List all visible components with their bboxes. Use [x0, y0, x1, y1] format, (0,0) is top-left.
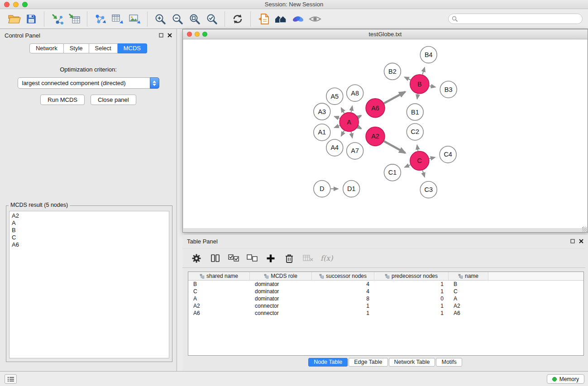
network-close-icon[interactable]	[187, 32, 192, 37]
table-cell[interactable]: 8	[312, 295, 374, 302]
node-A7[interactable]: A7	[347, 143, 363, 159]
mcds-result-item[interactable]: A2	[12, 212, 167, 219]
table-cell[interactable]: 4	[312, 288, 374, 295]
delete-table-button[interactable]	[302, 252, 314, 265]
table-cell[interactable]: A2	[188, 303, 250, 309]
table-cell[interactable]: 1	[374, 281, 449, 287]
tab-motifs[interactable]: Motifs	[436, 358, 462, 367]
table-cell[interactable]: connector	[250, 310, 312, 316]
style-tool-button[interactable]	[289, 11, 306, 27]
table-cell[interactable]: C	[449, 288, 488, 295]
node-C[interactable]: C	[410, 151, 429, 170]
edge-A-A4[interactable]	[341, 131, 344, 136]
table-cell[interactable]: 0	[374, 295, 449, 302]
edge-A2-C[interactable]	[384, 141, 405, 153]
network-canvas[interactable]: AA6A2BCA5A8A3A1A4A7B2B4B3B1C2C4C1C3DD1	[183, 39, 587, 228]
table-cell[interactable]: dominator	[250, 295, 312, 302]
criterion-dropdown[interactable]: largest connected component (directed)	[18, 77, 159, 89]
node-A3[interactable]: A3	[314, 103, 330, 120]
table-cell[interactable]: dominator	[250, 288, 312, 295]
network-minimize-icon[interactable]	[195, 32, 200, 37]
mcds-result-item[interactable]: C	[12, 234, 167, 241]
column-header-predecessor-nodes[interactable]: predecessor nodes	[374, 272, 449, 280]
tab-network-table[interactable]: Network Table	[389, 358, 435, 367]
edge-A-A1[interactable]	[335, 125, 340, 128]
table-cell[interactable]: A	[449, 295, 488, 302]
node-B[interactable]: B	[410, 75, 429, 94]
network-window-titlebar[interactable]: testGlobe.txt	[183, 29, 588, 39]
edge-C-C1[interactable]	[405, 165, 411, 167]
table-row[interactable]: A6connector11A6	[188, 310, 583, 317]
tab-network[interactable]: Network	[29, 43, 64, 53]
export-image-button[interactable]	[126, 11, 143, 27]
delete-rows-button[interactable]	[283, 252, 295, 265]
column-header-successor-nodes[interactable]: successor nodes	[312, 272, 374, 280]
mcds-result-item[interactable]: A	[12, 219, 167, 227]
node-A8[interactable]: A8	[347, 85, 363, 101]
edge-C-C2[interactable]	[417, 145, 418, 151]
table-cell[interactable]: A	[188, 295, 250, 302]
edge-A-A6[interactable]	[358, 116, 361, 118]
table-row[interactable]: Bdominator41B	[188, 281, 583, 288]
close-panel-button[interactable]: Close panel	[91, 95, 136, 105]
show-hide-button[interactable]	[306, 11, 324, 27]
table-cell[interactable]: B	[449, 281, 488, 287]
node-B3[interactable]: B3	[440, 81, 457, 98]
edge-A-A2[interactable]	[358, 127, 361, 129]
import-network-button[interactable]	[48, 11, 66, 27]
edge-A-A3[interactable]	[335, 116, 340, 119]
mcds-result-list[interactable]: A2ABCA6	[9, 211, 169, 358]
mcds-result-item[interactable]: A6	[12, 241, 167, 248]
table-cell[interactable]: 1	[312, 303, 374, 309]
column-header-MCDS-role[interactable]: MCDS role	[250, 272, 312, 280]
node-B2[interactable]: B2	[384, 63, 401, 80]
node-C4[interactable]: C4	[440, 146, 456, 163]
open-file-button[interactable]	[5, 11, 23, 27]
export-network-button[interactable]	[91, 11, 109, 27]
table-cell[interactable]: connector	[250, 303, 312, 309]
edge-C-C3[interactable]	[422, 170, 425, 177]
table-cell[interactable]: 1	[312, 310, 374, 316]
mcds-result-item[interactable]: B	[12, 227, 167, 234]
node-B1[interactable]: B1	[406, 104, 423, 120]
table-cell[interactable]: A6	[188, 310, 250, 316]
table-cell[interactable]: A2	[449, 303, 488, 309]
tab-edge-table[interactable]: Edge Table	[349, 358, 387, 367]
table-cell[interactable]: C	[188, 288, 250, 295]
edge-B-B2[interactable]	[405, 77, 411, 80]
first-neighbors-button[interactable]	[272, 11, 289, 27]
node-B4[interactable]: B4	[420, 46, 437, 63]
edge-B-B1[interactable]	[417, 94, 418, 99]
run-mcds-button[interactable]: Run MCDS	[40, 95, 85, 105]
node-C3[interactable]: C3	[420, 181, 437, 198]
zoom-selected-button[interactable]	[203, 11, 220, 27]
close-panel-button-icon[interactable]	[167, 33, 172, 38]
node-A5[interactable]: A5	[326, 88, 343, 105]
edge-A-A5[interactable]	[341, 108, 344, 113]
float-table-panel-button[interactable]	[570, 239, 575, 243]
export-table-button[interactable]	[109, 11, 126, 27]
minimize-window-icon[interactable]	[13, 2, 19, 7]
edge-B-B4[interactable]	[422, 67, 425, 75]
tab-mcds[interactable]: MCDS	[118, 43, 147, 53]
table-cell[interactable]: 4	[312, 281, 374, 287]
memory-button[interactable]: Memory	[547, 374, 584, 384]
deselect-all-rows-button[interactable]	[246, 252, 258, 265]
edge-B-B3[interactable]	[429, 86, 435, 87]
add-row-button[interactable]	[265, 252, 277, 265]
table-cell[interactable]: B	[188, 281, 250, 287]
import-table-button[interactable]	[66, 11, 83, 27]
table-options-button[interactable]	[191, 252, 202, 265]
table-cell[interactable]: A6	[449, 310, 488, 316]
node-D[interactable]: D	[314, 181, 330, 197]
search-input[interactable]	[448, 14, 583, 24]
tab-select[interactable]: Select	[89, 43, 118, 53]
table-cell[interactable]: 1	[374, 288, 449, 295]
node-A4[interactable]: A4	[326, 139, 343, 156]
column-header-name[interactable]: name	[449, 272, 488, 280]
node-A[interactable]: A	[339, 113, 359, 132]
table-cell[interactable]: 1	[374, 310, 449, 316]
table-row[interactable]: Adominator80A	[188, 295, 583, 302]
zoom-out-button[interactable]	[169, 11, 186, 27]
zoom-in-button[interactable]	[152, 11, 169, 27]
